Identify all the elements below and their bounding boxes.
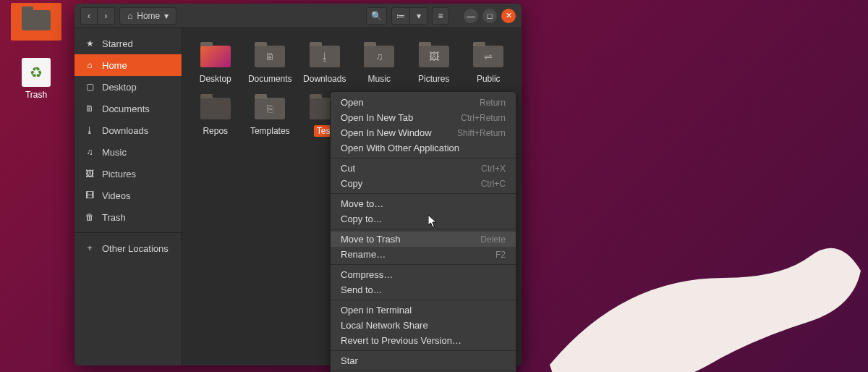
folder-downloads[interactable]: ⭳Downloads	[297, 43, 352, 88]
ctx-item-label: Open	[341, 97, 364, 108]
search-button[interactable]: 🔍	[366, 7, 387, 25]
documents-icon: 🗎	[85, 103, 95, 114]
ctx-open-with[interactable]: Open With Other Application	[331, 140, 516, 156]
window-minimize-button[interactable]: —	[464, 9, 478, 23]
trash-icon: 🗑	[85, 212, 95, 222]
ctx-item-label: Open With Other Application	[341, 143, 459, 153]
menu-button[interactable]: ≡	[432, 7, 449, 25]
ctx-item-label: Star	[341, 355, 358, 366]
window-maximize-button[interactable]: □	[482, 9, 497, 23]
sidebar-item-starred[interactable]: ★Starred	[75, 33, 182, 54]
desktop-icon: ▢	[85, 82, 95, 92]
ctx-item-shortcut: Ctrl+X	[481, 164, 506, 174]
music-icon: ♫	[85, 147, 95, 157]
sidebar-other-locations[interactable]: +Other Locations	[75, 237, 182, 259]
ctx-open[interactable]: OpenReturn	[331, 95, 516, 110]
wallpaper-mascot	[535, 220, 868, 372]
sidebar-item-label: Videos	[102, 190, 131, 201]
ctx-copy-to[interactable]: Copy to…	[331, 211, 516, 227]
view-dropdown-button[interactable]: ▾	[410, 7, 427, 25]
desktop-trash-label: Trash	[11, 90, 61, 100]
path-label: Home	[137, 11, 160, 21]
folder-desktop[interactable]: Desktop	[188, 43, 243, 88]
context-menu: OpenReturnOpen In New TabCtrl+ReturnOpen…	[330, 91, 516, 372]
folder-icon: 🗎	[255, 46, 285, 67]
sidebar-item-home[interactable]: ⌂Home	[75, 54, 182, 76]
sidebar-item-label: Starred	[102, 38, 133, 49]
ctx-move-to[interactable]: Move to…	[331, 196, 516, 211]
sidebar-item-label: Pictures	[102, 169, 136, 179]
ctx-item-label: Move to Trash	[341, 234, 400, 245]
nav-back-button[interactable]: ‹	[80, 7, 98, 25]
folder-documents[interactable]: 🗎Documents	[243, 43, 298, 88]
launcher-files[interactable]	[11, 3, 61, 41]
ctx-send-to[interactable]: Send to…	[331, 282, 516, 297]
folder-templates[interactable]: ⎘Templates	[243, 95, 298, 140]
ctx-network-share[interactable]: Local Network Share	[331, 318, 516, 333]
folder-label: Pictures	[415, 73, 452, 85]
ctx-open-new-tab[interactable]: Open In New TabCtrl+Return	[331, 110, 516, 125]
sidebar-item-trash[interactable]: 🗑Trash	[75, 206, 182, 228]
ctx-compress[interactable]: Compress…	[331, 267, 516, 282]
ctx-item-label: Move to…	[341, 198, 383, 209]
ctx-item-label: Revert to Previous Version…	[341, 335, 461, 346]
home-icon: ⌂	[85, 60, 95, 70]
home-icon: ⌂	[127, 11, 132, 21]
folder-repos[interactable]: Repos	[188, 95, 243, 140]
ctx-item-shortcut: Ctrl+Return	[461, 113, 506, 123]
ctx-star[interactable]: Star	[331, 353, 516, 368]
ctx-item-label: Open In New Window	[341, 127, 432, 138]
ctx-item-shortcut: Delete	[480, 234, 506, 245]
starred-icon: ★	[85, 38, 95, 48]
sidebar-item-label: Other Locations	[102, 243, 169, 254]
sidebar-item-videos[interactable]: 🎞Videos	[75, 185, 182, 206]
search-icon: 🔍	[371, 11, 382, 21]
folder-label: Documents	[245, 73, 295, 85]
ctx-item-shortcut: F2	[495, 250, 506, 260]
downloads-icon: ⭳	[85, 125, 95, 135]
pictures-icon: 🖼	[85, 169, 95, 179]
sidebar-item-documents[interactable]: 🗎Documents	[75, 98, 182, 119]
folder-music[interactable]: ♫Music	[352, 43, 407, 88]
folder-icon	[200, 98, 231, 119]
ctx-item-shortcut: Shift+Return	[457, 128, 506, 138]
chevron-down-icon: ▾	[164, 11, 169, 21]
folder-icon	[22, 10, 51, 30]
folder-label: Repos	[200, 125, 231, 137]
folder-icon: ♫	[364, 46, 394, 67]
sidebar: ★Starred⌂Home▢Desktop🗎Documents⭳Download…	[75, 28, 182, 365]
sidebar-item-downloads[interactable]: ⭳Downloads	[75, 119, 182, 141]
folder-public[interactable]: ⇌Public	[461, 43, 516, 88]
ctx-revert[interactable]: Revert to Previous Version…	[331, 333, 516, 348]
ctx-item-shortcut: Ctrl+C	[481, 179, 506, 189]
sidebar-item-desktop[interactable]: ▢Desktop	[75, 76, 182, 98]
videos-icon: 🎞	[85, 190, 95, 200]
nav-forward-button[interactable]: ›	[98, 7, 115, 25]
ctx-move-to-trash[interactable]: Move to TrashDelete	[331, 232, 516, 247]
folder-icon	[200, 46, 231, 67]
ctx-rename[interactable]: Rename…F2	[331, 247, 516, 262]
sidebar-item-label: Desktop	[102, 82, 137, 93]
ctx-item-label: Open In New Tab	[341, 112, 413, 123]
titlebar: ‹ › ⌂ Home ▾ 🔍 ≔ ▾ ≡ — □ ✕	[75, 4, 522, 28]
ctx-cut[interactable]: CutCtrl+X	[331, 161, 516, 176]
folder-pictures[interactable]: 🖼Pictures	[407, 43, 461, 88]
ctx-item-label: Local Network Share	[341, 320, 428, 331]
ctx-copy[interactable]: CopyCtrl+C	[331, 176, 516, 191]
plus-icon: +	[85, 243, 95, 253]
window-close-button[interactable]: ✕	[501, 9, 516, 23]
sidebar-item-pictures[interactable]: 🖼Pictures	[75, 163, 182, 185]
ctx-open-terminal[interactable]: Open in Terminal	[331, 303, 516, 318]
ctx-item-label: Copy	[341, 178, 362, 189]
view-list-button[interactable]: ≔	[391, 7, 410, 25]
folder-label: Public	[474, 73, 503, 85]
folder-icon: 🖼	[419, 46, 449, 67]
path-button[interactable]: ⌂ Home ▾	[119, 7, 176, 25]
sidebar-item-label: Documents	[102, 103, 150, 114]
trash-icon: ♻	[22, 58, 51, 87]
ctx-item-label: Cut	[341, 163, 355, 174]
sidebar-item-label: Music	[102, 147, 127, 158]
ctx-open-new-window[interactable]: Open In New WindowShift+Return	[331, 125, 516, 140]
desktop-trash[interactable]: ♻ Trash	[11, 54, 61, 100]
sidebar-item-music[interactable]: ♫Music	[75, 141, 182, 163]
